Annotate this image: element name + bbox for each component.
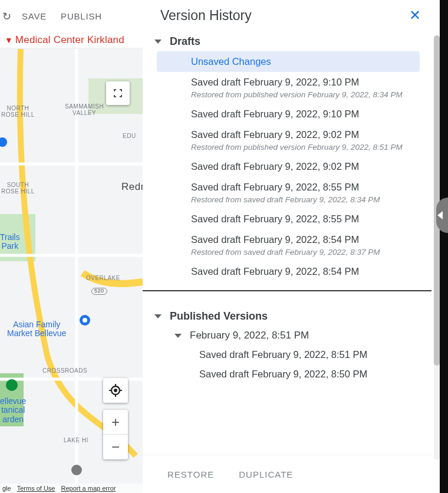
map-label-lake-hi: LAKE HI [64, 437, 88, 443]
draft-item-note: Restored from saved draft February 9, 20… [191, 195, 416, 204]
draft-item-note: Restored from published version February… [191, 90, 416, 99]
published-list: Saved draft February 9, 2022, 8:51 PMSav… [154, 345, 422, 384]
map-label-crossroads: CROSSROADS [42, 367, 87, 374]
target-icon [109, 384, 122, 397]
draft-item[interactable]: Saved draft February 9, 2022, 8:54 PMRes… [154, 229, 422, 261]
map-label-asian-family-market: Asian FamilyMarket Bellevue [7, 320, 66, 338]
zoom-out-button[interactable]: − [103, 435, 128, 459]
draft-item[interactable]: Saved draft February 9, 2022, 9:02 PM [154, 156, 422, 177]
published-date-header[interactable]: February 9, 2022, 8:51 PM [154, 326, 422, 345]
map-route-520-badge: 520 [91, 288, 107, 295]
map-footer: gle Terms of Use Report a map error [0, 484, 143, 493]
fullscreen-icon [113, 88, 123, 98]
chevron-down-icon [174, 334, 182, 338]
place-title: Medical Center Kirkland [15, 34, 124, 46]
map-label-sammamish-valley: SAMMAMISHVALLEY [65, 103, 104, 116]
google-attribution: gle [2, 485, 11, 492]
drafts-group: Drafts Unsaved ChangesSaved draft Februa… [143, 31, 431, 282]
svg-point-13 [71, 465, 82, 475]
zoom-controls: + − [103, 410, 128, 459]
zoom-in-button[interactable]: + [103, 410, 128, 435]
restore-button[interactable]: RESTORE [167, 469, 214, 479]
map-label-south-rose-hill: SOUTHROSE HILL [1, 182, 35, 195]
publish-button[interactable]: PUBLISH [61, 11, 102, 21]
map[interactable]: NORTHROSE HILL SAMMAMISHVALLEY EDU Redn … [0, 49, 143, 493]
map-label-redmond: Redn [121, 182, 143, 193]
expand-handle[interactable] [436, 198, 448, 233]
draft-item[interactable]: Unsaved Changes [157, 51, 420, 72]
published-header[interactable]: Published Versions [154, 305, 422, 326]
svg-point-10 [83, 318, 87, 323]
chevron-left-icon [437, 211, 443, 219]
chevron-down-icon [154, 314, 162, 318]
draft-item[interactable]: Saved draft February 9, 2022, 9:02 PMRes… [154, 124, 422, 156]
place-marker-icon: ▼ [5, 35, 13, 45]
version-history-header: Version History ✕ [143, 0, 431, 29]
my-location-button[interactable] [103, 378, 128, 403]
map-label-overlake: OVERLAKE [86, 275, 120, 281]
drafts-list: Unsaved ChangesSaved draft February 9, 2… [154, 51, 422, 282]
draft-item-note: Restored from saved draft February 9, 20… [191, 248, 416, 257]
map-label-bellevue-botanical-garden: ellevuetanicalarden [0, 397, 26, 424]
drafts-label: Drafts [170, 35, 200, 48]
duplicate-button[interactable]: DUPLICATE [239, 469, 293, 479]
section-divider [143, 290, 431, 291]
place-title-row: ▼ Medical Center Kirkland [0, 32, 143, 49]
scrollbar-track[interactable] [434, 35, 440, 460]
version-history-panel: Version History ✕ Drafts Unsaved Changes… [143, 0, 431, 493]
draft-item[interactable]: Saved draft February 9, 2022, 8:54 PM [154, 261, 422, 282]
draft-item[interactable]: Saved draft February 9, 2022, 9:10 PM [154, 104, 422, 124]
map-label-north-rose-hill: NORTHROSE HILL [1, 105, 35, 118]
draft-item-note: Restored from published version February… [191, 143, 416, 152]
draft-item[interactable]: Saved draft February 9, 2022, 8:55 PM [154, 209, 422, 229]
published-sub-item[interactable]: Saved draft February 9, 2022, 8:51 PM [154, 345, 422, 364]
svg-point-15 [114, 389, 117, 392]
toolbar: ↻ SAVE PUBLISH [0, 0, 143, 32]
drafts-header[interactable]: Drafts [154, 31, 422, 51]
window-edge [440, 0, 448, 493]
fullscreen-button[interactable] [106, 81, 130, 105]
terms-link[interactable]: Terms of Use [17, 485, 55, 492]
published-date-text: February 9, 2022, 8:51 PM [190, 330, 309, 341]
map-label-edu: EDU [123, 133, 136, 139]
redo-icon[interactable]: ↻ [2, 10, 11, 23]
save-button[interactable]: SAVE [22, 11, 47, 21]
map-label-trails-park: TrailsPark [0, 233, 20, 251]
svg-point-11 [6, 379, 18, 391]
version-history-body: Drafts Unsaved ChangesSaved draft Februa… [143, 31, 431, 455]
version-history-footer: RESTORE DUPLICATE [143, 455, 431, 493]
published-group: Published Versions February 9, 2022, 8:5… [143, 305, 431, 384]
report-error-link[interactable]: Report a map error [61, 485, 116, 492]
published-label: Published Versions [170, 310, 268, 323]
published-sub-item[interactable]: Saved draft February 9, 2022, 8:50 PM [154, 364, 422, 384]
chevron-down-icon [154, 40, 162, 44]
close-button[interactable]: ✕ [409, 7, 421, 24]
version-history-title: Version History [160, 8, 252, 24]
draft-item[interactable]: Saved draft February 9, 2022, 8:55 PMRes… [154, 177, 422, 209]
draft-item[interactable]: Saved draft February 9, 2022, 9:10 PMRes… [154, 72, 422, 104]
